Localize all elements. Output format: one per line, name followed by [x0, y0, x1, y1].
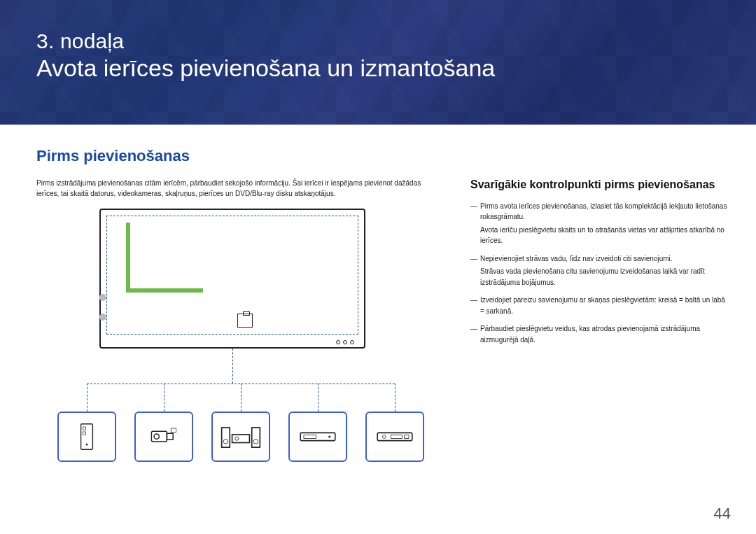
page-number: 44 [714, 505, 731, 523]
intro-paragraph: Pirms izstrādājuma pievienošanas citām i… [36, 178, 442, 199]
svg-rect-5 [167, 434, 173, 440]
device-camcorder-icon [134, 412, 193, 462]
checkpoint-subtext: Strāvas vada pievienošana citu savienoju… [480, 266, 728, 288]
svg-rect-15 [304, 435, 316, 439]
svg-point-18 [382, 435, 386, 439]
device-pc-icon [57, 412, 116, 462]
monitor-illustration [99, 209, 365, 349]
svg-rect-19 [391, 435, 402, 439]
checkpoints-heading: Svarīgākie kontrolpunkti pirms pievienoš… [470, 178, 728, 192]
svg-rect-1 [83, 427, 85, 430]
checkpoint-item: Nepievienojiet strāvas vadu, līdz nav iz… [470, 253, 728, 288]
svg-point-16 [328, 435, 330, 437]
svg-rect-20 [405, 435, 409, 439]
svg-point-9 [223, 439, 228, 444]
chapter-banner: 3. nodaļa Avota ierīces pievienošana un … [0, 0, 756, 125]
svg-point-11 [253, 439, 258, 444]
checkpoint-item: Pirms avota ierīces pievienošanas, izlas… [470, 201, 728, 246]
svg-point-13 [235, 437, 239, 440]
svg-point-3 [86, 444, 88, 446]
device-speakers-icon [211, 412, 270, 462]
svg-rect-8 [222, 428, 230, 447]
svg-point-6 [154, 434, 159, 439]
chapter-title: Avota ierīces pievienošana un izmantošan… [36, 55, 756, 82]
checkpoint-item: Izveidojiet pareizu savienojumu ar skaņa… [470, 295, 728, 316]
checkpoint-text: Pārbaudiet pieslēgvietu veidus, kas atro… [480, 325, 700, 344]
section-title: Pirms pievienošanas [36, 147, 728, 165]
device-settop-icon [288, 412, 347, 462]
right-column: Svarīgākie kontrolpunkti pirms pievienoš… [470, 178, 728, 468]
page-content: Pirms pievienošanas Pirms izstrādājuma p… [36, 147, 728, 468]
left-column: Pirms izstrādājuma pievienošanas citām i… [36, 178, 442, 468]
svg-rect-7 [171, 428, 176, 433]
checkpoint-subtext: Avota ierīču pieslēgvietu skaits un to a… [480, 225, 728, 246]
checkpoint-text: Izveidojiet pareizu savienojumu ar skaņa… [480, 296, 725, 315]
connection-diagram [36, 209, 428, 468]
svg-rect-2 [83, 432, 85, 435]
device-player-icon [365, 412, 424, 462]
checkpoint-text: Nepievienojiet strāvas vadu, līdz nav iz… [480, 255, 673, 262]
checkpoint-item: Pārbaudiet pieslēgvietu veidus, kas atro… [470, 323, 728, 345]
checkpoint-text: Pirms avota ierīces pievienošanas, izlas… [480, 202, 727, 221]
chapter-number: 3. nodaļa [36, 29, 756, 53]
svg-rect-12 [232, 435, 250, 443]
svg-rect-10 [252, 428, 260, 447]
